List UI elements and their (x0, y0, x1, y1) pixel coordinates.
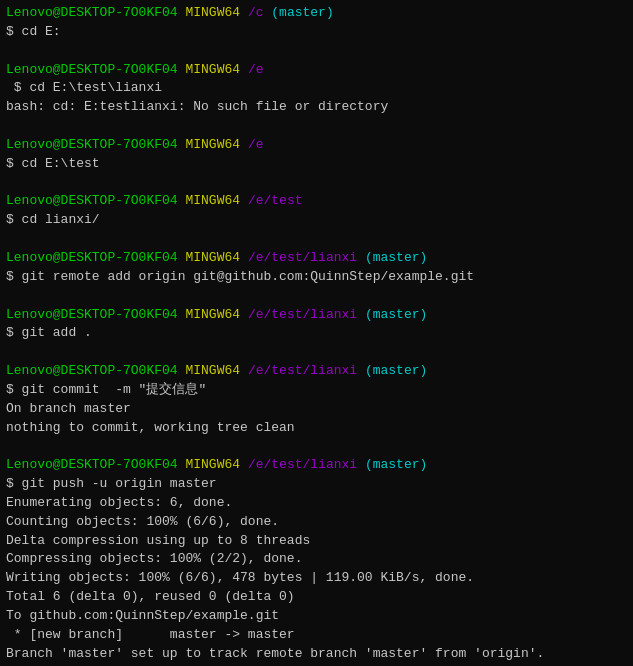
line-4: Lenovo@DESKTOP-7O0KF04 MINGW64 /e (6, 61, 627, 80)
line-20: Lenovo@DESKTOP-7O0KF04 MINGW64 /e/test/l… (6, 362, 627, 381)
terminal-window: Lenovo@DESKTOP-7O0KF04 MINGW64 /c (maste… (0, 0, 633, 666)
line-blank-2 (6, 117, 627, 136)
line-28: Counting objects: 100% (6/6), done. (6, 513, 627, 532)
line-30: Compressing objects: 100% (2/2), done. (6, 550, 627, 569)
line-34: * [new branch] master -> master (6, 626, 627, 645)
line-blank-4 (6, 230, 627, 249)
line-14: Lenovo@DESKTOP-7O0KF04 MINGW64 /e/test/l… (6, 249, 627, 268)
line-11: Lenovo@DESKTOP-7O0KF04 MINGW64 /e/test (6, 192, 627, 211)
line-35: Branch 'master' set up to track remote b… (6, 645, 627, 664)
line-9: $ cd E:\test (6, 155, 627, 174)
line-21: $ git commit -m "提交信息" (6, 381, 627, 400)
line-blank-7 (6, 437, 627, 456)
line-18: $ git add . (6, 324, 627, 343)
line-5: $ cd E:\test\lianxi (6, 79, 627, 98)
line-blank-5 (6, 287, 627, 306)
line-15: $ git remote add origin git@github.com:Q… (6, 268, 627, 287)
line-23: nothing to commit, working tree clean (6, 419, 627, 438)
line-25: Lenovo@DESKTOP-7O0KF04 MINGW64 /e/test/l… (6, 456, 627, 475)
line-31: Writing objects: 100% (6/6), 478 bytes |… (6, 569, 627, 588)
line-blank-1 (6, 42, 627, 61)
line-12: $ cd lianxi/ (6, 211, 627, 230)
line-33: To github.com:QuinnStep/example.git (6, 607, 627, 626)
line-27: Enumerating objects: 6, done. (6, 494, 627, 513)
line-17: Lenovo@DESKTOP-7O0KF04 MINGW64 /e/test/l… (6, 306, 627, 325)
line-26: $ git push -u origin master (6, 475, 627, 494)
line-6: bash: cd: E:testlianxi: No such file or … (6, 98, 627, 117)
line-blank-3 (6, 174, 627, 193)
line-32: Total 6 (delta 0), reused 0 (delta 0) (6, 588, 627, 607)
line-29: Delta compression using up to 8 threads (6, 532, 627, 551)
line-22: On branch master (6, 400, 627, 419)
line-8: Lenovo@DESKTOP-7O0KF04 MINGW64 /e (6, 136, 627, 155)
line-1: Lenovo@DESKTOP-7O0KF04 MINGW64 /c (maste… (6, 4, 627, 23)
line-blank-6 (6, 343, 627, 362)
line-2: $ cd E: (6, 23, 627, 42)
